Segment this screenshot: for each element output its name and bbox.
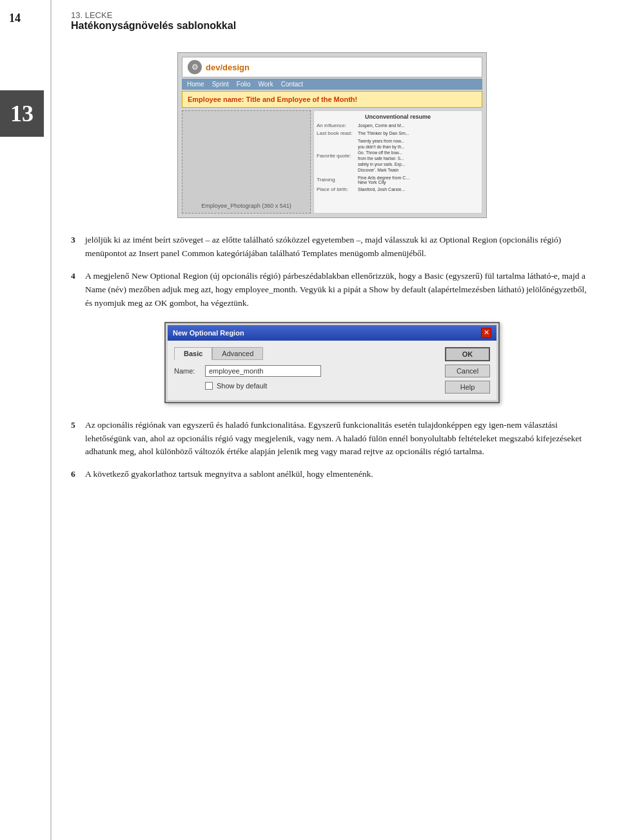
photo-label: Employee_Photograph (360 x 541) [201, 203, 291, 209]
content-area: Employee_Photograph (360 x 541) Unconven… [182, 110, 482, 214]
page-number: 14 [9, 12, 21, 25]
help-button[interactable]: Help [445, 381, 490, 394]
nav-work: Work [259, 81, 273, 88]
dialog-close-button[interactable]: ✕ [481, 328, 491, 338]
nav-folio: Folio [237, 81, 251, 88]
step-4-text: A megjelenő New Optional Region (új opci… [85, 270, 593, 310]
dialog-tabs: Basic Advanced [174, 347, 438, 360]
page-container: 14 13 13. LECKE Hatékonyságnövelés sablo… [0, 0, 619, 840]
tab-advanced-label: Advanced [222, 350, 253, 357]
chapter-number: 13 [10, 100, 34, 127]
checkbox-row: Show by default [205, 382, 438, 390]
nav-home: Home [187, 81, 204, 88]
resume-row-1: An influence: Jospen, Corrie and M... [317, 123, 479, 128]
paragraph-5: 5 Az opcionális régiónak van egyszerű és… [71, 419, 593, 459]
lesson-number: 13. LECKE [71, 10, 593, 20]
banner-text: Employee name: Title and Employee of the… [188, 95, 357, 103]
resume-row-training: Training Fine Arts degree from C...New Y… [317, 175, 479, 185]
nav-bar: Home Sprint Folio Work Contact [182, 79, 482, 90]
photo-placeholder: Employee_Photograph (360 x 541) [182, 110, 311, 214]
tab-advanced[interactable]: Advanced [212, 347, 263, 360]
gear-icon: ⚙ [188, 60, 202, 74]
brand-text: dev/design [206, 63, 250, 72]
ok-label: OK [462, 350, 473, 358]
step-6-text: A következő gyakorlathoz tartsuk megnyit… [85, 468, 593, 481]
dialog-title: New Optional Region [173, 329, 244, 337]
name-input[interactable]: employee_month [205, 365, 321, 377]
page-header: 13. LECKE Hatékonyságnövelés sablonokkal [71, 10, 593, 37]
resume-label-2: Last book read: [317, 130, 355, 136]
dialog-screenshot: New Optional Region ✕ Basic Advanced [164, 322, 500, 403]
dialog-titlebar: New Optional Region ✕ [168, 325, 496, 341]
dialog-left-panel: Basic Advanced Name: employee_month [174, 347, 438, 394]
nav-contact: Contact [281, 81, 303, 88]
tab-basic[interactable]: Basic [174, 347, 212, 360]
resume-row-birth: Place of birth: Stanford, Josh Carsie... [317, 186, 479, 192]
resume-value-birth: Stanford, Josh Carsie... [358, 187, 479, 192]
cancel-button[interactable]: Cancel [445, 365, 490, 377]
name-field-row: Name: employee_month [174, 365, 438, 377]
show-by-default-checkbox[interactable] [205, 382, 213, 390]
resume-label-3: Favorite quote: [317, 153, 355, 159]
lesson-title: Hatékonyságnövelés sablonokkal [71, 20, 593, 32]
paragraph-4: 4 A megjelenő New Optional Region (új op… [71, 270, 593, 310]
step-3-number: 3 [71, 234, 80, 261]
left-margin: 14 13 [0, 0, 52, 840]
step-5-text: Az opcionális régiónak van egyszerű és h… [85, 419, 593, 459]
step-3-text: jelöljük ki az imént beírt szöveget – az… [85, 234, 593, 261]
resume-label-birth: Place of birth: [317, 186, 355, 192]
close-icon: ✕ [484, 328, 489, 337]
checkbox-label: Show by default [217, 382, 267, 390]
nav-sprint: Sprint [212, 81, 229, 88]
resume-title: Unconventional resume [317, 114, 479, 120]
ok-button[interactable]: OK [445, 347, 490, 361]
name-value: employee_month [209, 367, 263, 375]
employee-banner: Employee name: Title and Employee of the… [182, 91, 482, 108]
resume-value-3: Twenty years from now...you didn't do th… [358, 138, 479, 174]
resume-row-2: Last book read: The Thinker by Dan Sm... [317, 130, 479, 136]
chapter-number-box: 13 [0, 90, 44, 137]
step-6-number: 6 [71, 468, 80, 481]
resume-row-3: Favorite quote: Twenty years from now...… [317, 138, 479, 174]
dialog-body: Basic Advanced Name: employee_month [168, 341, 496, 400]
paragraph-3: 3 jelöljük ki az imént beírt szöveget – … [71, 234, 593, 261]
help-label: Help [460, 383, 475, 391]
dialog-right-panel: OK Cancel Help [445, 347, 490, 394]
resume-value-1: Jospen, Corrie and M... [358, 123, 479, 128]
resume-label-training: Training [317, 177, 355, 183]
step-5-number: 5 [71, 419, 80, 459]
resume-value-training: Fine Arts degree from C...New York City [358, 175, 479, 185]
paragraph-6: 6 A következő gyakorlathoz tartsuk megny… [71, 468, 593, 481]
resume-value-2: The Thinker by Dan Sm... [358, 131, 479, 135]
screenshot-top: ⚙ dev/design Home Sprint Folio Work Cont… [177, 52, 487, 218]
cancel-label: Cancel [457, 367, 478, 375]
resume-label-1: An influence: [317, 123, 355, 128]
tab-basic-label: Basic [184, 350, 202, 357]
devdesign-bar: ⚙ dev/design [182, 57, 482, 77]
name-label: Name: [174, 367, 200, 375]
main-content: 13. LECKE Hatékonyságnövelés sablonokkal… [52, 0, 619, 840]
step-4-number: 4 [71, 270, 80, 310]
right-panel: Unconventional resume An influence: Josp… [313, 110, 482, 214]
